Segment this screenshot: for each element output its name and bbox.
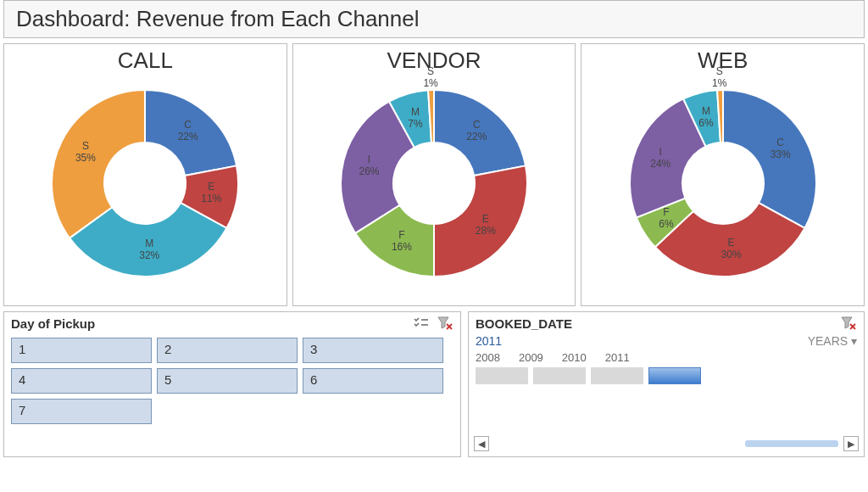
slicer-day-of-pickup: Day of Pickup 1234567 xyxy=(3,311,461,457)
timeline-cell-2008[interactable] xyxy=(476,367,528,384)
chart-title: VENDOR xyxy=(387,48,481,74)
chart-call: CALLC22%E11%M32%S35% xyxy=(3,43,287,306)
timeline-scroll-right[interactable]: ▶ xyxy=(843,436,859,451)
timeline-year-label: 2008 xyxy=(476,351,500,364)
slice-C[interactable] xyxy=(723,90,816,228)
timeline-level-dropdown[interactable]: YEARS ▾ xyxy=(808,334,857,348)
timeline-cell-2010[interactable] xyxy=(591,367,643,384)
clear-filter-icon[interactable] xyxy=(840,316,857,331)
slicer-item-day-1[interactable]: 1 xyxy=(11,338,152,363)
slicer-item-day-4[interactable]: 4 xyxy=(11,368,152,394)
slicer-item-day-5[interactable]: 5 xyxy=(157,368,298,394)
clear-filter-icon[interactable] xyxy=(437,316,453,331)
slicer-item-day-2[interactable]: 2 xyxy=(157,338,298,363)
timeline-year-label: 2010 xyxy=(562,351,587,364)
slice-S[interactable] xyxy=(52,90,145,238)
timeline-cell-2011[interactable] xyxy=(648,367,701,384)
chart-title: CALL xyxy=(118,48,173,74)
timeline-cell-2009[interactable] xyxy=(533,367,586,384)
chart-vendor: VENDORC22%E28%F16%I26%M7%S1% xyxy=(292,43,576,306)
slicer-item-day-3[interactable]: 3 xyxy=(303,338,443,363)
slicer-item-day-7[interactable]: 7 xyxy=(11,399,152,424)
chart-web: WEBC33%E30%F6%I24%M6%S1% xyxy=(581,43,865,306)
slicer-title: Day of Pickup xyxy=(11,316,95,331)
slice-E[interactable] xyxy=(434,165,527,277)
timeline-year-label: 2009 xyxy=(519,351,543,364)
slice-C[interactable] xyxy=(145,90,236,176)
timeline-selection-label: 2011 xyxy=(476,334,502,348)
timeline-scroll-left[interactable]: ◀ xyxy=(474,436,489,451)
timeline-scrollbar-thumb[interactable] xyxy=(745,440,838,447)
slicer-booked-date: BOOKED_DATE 2011 YEARS ▾ 200820092010201… xyxy=(468,311,865,457)
page-title: Dashboard: Revenue from Each Channel xyxy=(3,0,865,38)
multiselect-icon[interactable] xyxy=(413,316,430,331)
slicer-item-day-6[interactable]: 6 xyxy=(303,368,443,394)
slicer-title: BOOKED_DATE xyxy=(476,316,572,331)
chart-title: WEB xyxy=(698,48,748,74)
timeline-year-label: 2011 xyxy=(605,351,630,364)
slice-C[interactable] xyxy=(434,90,526,176)
